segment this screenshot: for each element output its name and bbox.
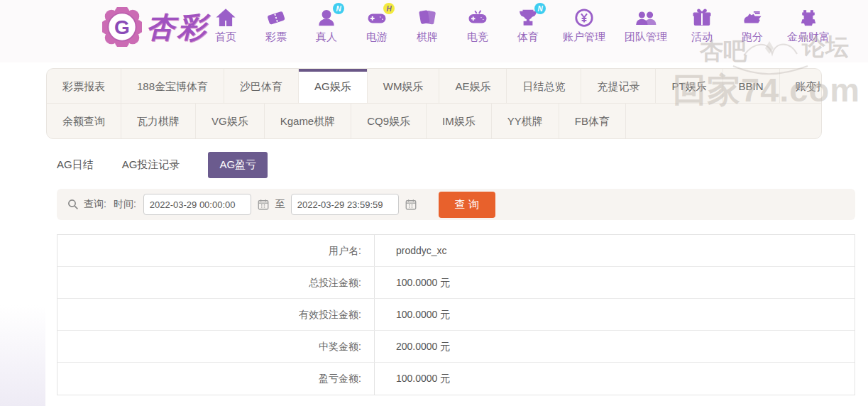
nav-item-label: 电竞	[467, 31, 488, 44]
nav-item-label: 体育	[517, 31, 539, 44]
date-from-input[interactable]	[143, 194, 251, 215]
nav-item[interactable]: 首页	[210, 7, 241, 44]
lottery-ticket-icon	[265, 7, 287, 28]
nav-item[interactable]: 电竞	[462, 7, 493, 44]
nav-item-label: 金鼎财富	[787, 31, 830, 44]
top-tab[interactable]: FB体育	[559, 104, 626, 138]
nav-item[interactable]: 活动	[686, 7, 718, 44]
top-tab[interactable]: 彩票报表	[47, 69, 121, 104]
nav-item-label: 电游	[366, 31, 388, 44]
nav-item[interactable]: 彩票	[260, 7, 292, 44]
badge-n: N	[534, 3, 546, 14]
nav-item-label: 跑分	[742, 31, 763, 44]
top-tab-active[interactable]: AG娱乐	[299, 69, 368, 104]
top-tab[interactable]: Kgame棋牌	[265, 104, 352, 138]
date-to-input[interactable]	[291, 194, 399, 215]
tab-row-1: 彩票报表188金宝博体育沙巴体育AG娱乐WM娱乐AE娱乐日结总览充提记录PT娱乐…	[47, 69, 821, 104]
nav-item-label: 首页	[215, 31, 236, 44]
top-header: G 杏彩 首页彩票N真人H电游棋牌电竞N体育账户管理团队管理活动跑分金鼎财富	[0, 0, 868, 62]
sub-tab[interactable]: AG日结	[57, 158, 94, 172]
account-coin-icon	[573, 7, 595, 28]
top-tab[interactable]: 188金宝博体育	[121, 69, 224, 104]
sub-tab-active[interactable]: AG盈亏	[208, 152, 268, 178]
search-icon	[67, 198, 79, 211]
nav-item[interactable]: N体育	[512, 7, 544, 44]
top-tab[interactable]: 余额查询	[47, 104, 121, 138]
top-tab[interactable]: 瓦力棋牌	[121, 104, 196, 138]
top-tab[interactable]: 账变报表	[780, 69, 822, 104]
main-nav: 首页彩票N真人H电游棋牌电竞N体育账户管理团队管理活动跑分金鼎财富	[210, 7, 830, 44]
nav-item-label: 彩票	[265, 31, 287, 44]
ding-wealth-icon	[798, 7, 819, 28]
nav-item-label: 活动	[691, 31, 713, 44]
top-tab[interactable]: AE娱乐	[439, 69, 507, 104]
badge-n: N	[333, 3, 344, 14]
brand-flower-icon: G	[102, 7, 142, 47]
top-tab[interactable]: IM娱乐	[427, 104, 492, 138]
table-row: 盈亏金额:100.0000 元	[57, 363, 855, 395]
team-icon	[635, 7, 657, 28]
row-label: 盈亏金额:	[57, 363, 375, 395]
row-label: 有效投注金额:	[57, 299, 375, 330]
top-tab[interactable]: BBIN	[723, 69, 780, 104]
profit-summary-table: 用户名:proddyc_xc总投注金额:100.0000 元有效投注金额:100…	[57, 234, 855, 395]
table-row: 有效投注金额:100.0000 元	[57, 299, 855, 331]
nav-item-label: 棋牌	[417, 31, 438, 44]
query-button[interactable]: 查 询	[439, 192, 495, 218]
gamepad-icon: H	[366, 7, 388, 28]
esports-icon	[467, 7, 488, 28]
nav-item-label: 真人	[316, 31, 337, 44]
live-person-icon: N	[316, 7, 337, 28]
row-value: 200.0000 元	[375, 331, 450, 362]
top-tab[interactable]: 沙巴体育	[224, 69, 299, 104]
nav-item[interactable]: 账户管理	[563, 7, 605, 44]
calendar-icon[interactable]	[405, 198, 417, 211]
time-label: 时间:	[114, 198, 136, 211]
row-value: 100.0000 元	[375, 267, 450, 298]
svg-text:G: G	[114, 16, 130, 38]
nav-item[interactable]: 棋牌	[412, 7, 443, 44]
top-tab[interactable]: 日结总览	[507, 69, 581, 104]
tab-row-2: 余额查询瓦力棋牌VG娱乐Kgame棋牌CQ9娱乐IM娱乐YY棋牌FB体育	[47, 104, 821, 138]
nav-item[interactable]: 金鼎财富	[787, 7, 830, 44]
sub-tab[interactable]: AG投注记录	[122, 158, 180, 172]
nav-item[interactable]: H电游	[361, 7, 392, 44]
cards-icon	[417, 7, 438, 28]
nav-item-label: 账户管理	[563, 31, 605, 44]
top-tab[interactable]: PT娱乐	[656, 69, 723, 104]
calendar-icon[interactable]	[257, 198, 270, 211]
brand-logo-text: 杏彩	[146, 8, 209, 47]
nav-item[interactable]: 跑分	[737, 7, 768, 44]
gift-icon	[691, 7, 713, 28]
row-label: 用户名:	[57, 235, 375, 266]
nav-item-label: 团队管理	[625, 31, 667, 44]
nav-item[interactable]: N真人	[311, 7, 342, 44]
table-row: 中奖金额:200.0000 元	[57, 331, 855, 363]
top-tab[interactable]: YY棋牌	[492, 104, 559, 138]
search-filter-bar: 查询: 时间: 至 查 询	[57, 189, 855, 220]
row-value: proddyc_xc	[375, 235, 447, 266]
row-label: 中奖金额:	[57, 331, 375, 362]
brand-logo[interactable]: G 杏彩	[102, 7, 209, 47]
row-value: 100.0000 元	[375, 363, 450, 395]
to-label: 至	[275, 198, 285, 211]
left-edge-fade	[0, 305, 45, 406]
home-icon	[215, 7, 236, 28]
top-tab[interactable]: VG娱乐	[196, 104, 265, 138]
report-tabstrip: 彩票报表188金宝博体育沙巴体育AG娱乐WM娱乐AE娱乐日结总览充提记录PT娱乐…	[46, 68, 822, 139]
top-tab[interactable]: WM娱乐	[368, 69, 440, 104]
rhino-run-icon	[742, 7, 763, 28]
table-row: 用户名:proddyc_xc	[57, 235, 855, 267]
top-tab[interactable]: 充提记录	[581, 69, 656, 104]
table-row: 总投注金额:100.0000 元	[57, 267, 855, 299]
query-label: 查询:	[84, 198, 106, 211]
content-area: 彩票报表188金宝博体育沙巴体育AG娱乐WM娱乐AE娱乐日结总览充提记录PT娱乐…	[46, 62, 855, 395]
ag-subtabs: AG日结AG投注记录AG盈亏	[57, 152, 855, 177]
trophy-icon: N	[517, 7, 539, 28]
row-value: 100.0000 元	[375, 299, 450, 330]
top-tab[interactable]: CQ9娱乐	[351, 104, 427, 138]
badge-h: H	[383, 3, 395, 14]
row-label: 总投注金额:	[57, 267, 375, 298]
nav-item[interactable]: 团队管理	[625, 7, 667, 44]
